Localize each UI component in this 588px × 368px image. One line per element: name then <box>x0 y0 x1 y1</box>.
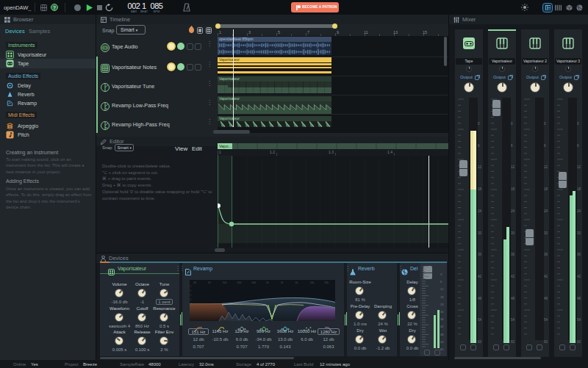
svg-text:6: 6 <box>190 289 192 292</box>
svg-text:10k: 10k <box>309 281 314 284</box>
svg-text:200: 200 <box>237 281 241 284</box>
svg-text:2k: 2k <box>281 281 284 284</box>
svg-text:0: 0 <box>190 298 192 301</box>
svg-text:100: 100 <box>223 281 227 284</box>
svg-text:50: 50 <box>208 281 211 284</box>
svg-text:20: 20 <box>193 281 196 284</box>
svg-text:5k: 5k <box>295 281 298 284</box>
svg-text:3: 3 <box>190 294 192 297</box>
svg-text:1k: 1k <box>266 281 269 284</box>
svg-text:500: 500 <box>251 281 256 284</box>
svg-text:20k: 20k <box>324 281 329 284</box>
svg-text:9: 9 <box>190 285 192 288</box>
